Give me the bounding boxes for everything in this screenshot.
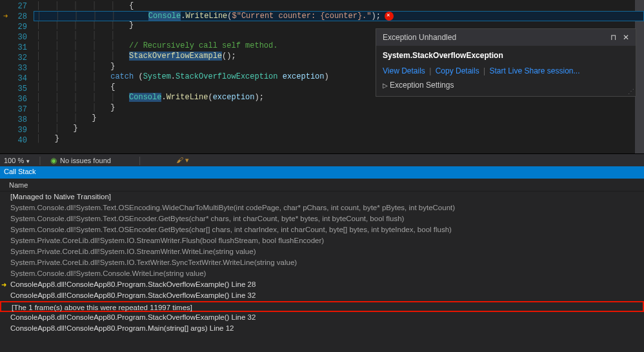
line-number: 36 — [0, 94, 27, 104]
token-method: WriteLine — [185, 12, 227, 21]
stack-frame[interactable]: System.Console.dll!System.Text.OSEncoder… — [0, 213, 644, 224]
line-number: 37 — [0, 104, 27, 115]
line-number-gutter: 27 28 29 30 31 32 33 34 35 36 37 38 39 4… — [0, 0, 34, 153]
token-string: $"Current counter: {counter}." — [232, 12, 371, 21]
issues-indicator[interactable]: ◉No issues found — [50, 156, 111, 165]
editor-scrollbar[interactable] — [635, 0, 644, 153]
line-number: 27 — [0, 1, 27, 12]
stack-frame[interactable]: System.Console.dll!System.Text.OSEncoder… — [0, 224, 644, 235]
token-comment: // Recursively call self method. — [129, 41, 277, 50]
pin-icon[interactable]: ⊓ — [610, 33, 616, 42]
error-icon[interactable] — [385, 12, 394, 21]
current-frame-arrow-icon: ➜ — [1, 280, 6, 289]
callstack-title-bar[interactable]: Call Stack — [0, 166, 644, 179]
stack-frame[interactable]: ConsoleApp8.dll!ConsoleApp80.Program.Sta… — [0, 312, 644, 323]
stack-frame[interactable]: System.Private.CoreLib.dll!System.IO.Tex… — [0, 257, 644, 268]
stack-frame[interactable]: ConsoleApp8.dll!ConsoleApp80.Program.Sta… — [0, 290, 644, 301]
stack-frame-repeated[interactable]: [The 1 frame(s) above this were repeated… — [0, 301, 644, 312]
copy-details-link[interactable]: Copy Details — [436, 66, 479, 75]
stack-frame[interactable]: System.Private.CoreLib.dll!System.IO.Str… — [0, 235, 644, 246]
exception-settings-toggle[interactable]: ▷Exception Settings — [383, 81, 629, 90]
token-type: Console — [148, 12, 181, 21]
callstack-list[interactable]: [Managed to Native Transition] System.Co… — [0, 191, 644, 352]
line-number: 35 — [0, 84, 27, 94]
editor-status-bar: 100 %▼ │ ◉No issues found │ 🖌 ▾ — [0, 153, 644, 166]
line-number: 39 — [0, 125, 27, 135]
line-number: 29 — [0, 22, 27, 32]
token-method: StackOverflowExample — [129, 52, 222, 61]
view-details-link[interactable]: View Details — [383, 66, 425, 75]
zoom-dropdown[interactable]: 100 %▼ — [4, 157, 30, 164]
line-number: 32 — [0, 53, 27, 63]
exception-popup-header: Exception Unhandled ⊓ ✕ — [376, 29, 636, 46]
exception-popup-title: Exception Unhandled — [383, 33, 456, 42]
brush-icon[interactable]: 🖌 ▾ — [176, 156, 189, 164]
code-editor[interactable]: 27 28 29 30 31 32 33 34 35 36 37 38 39 4… — [0, 0, 644, 153]
line-number: 38 — [0, 115, 27, 125]
check-circle-icon: ◉ — [50, 156, 57, 165]
close-icon[interactable]: ✕ — [623, 33, 629, 42]
line-number: 33 — [0, 63, 27, 73]
token-keyword: catch — [110, 72, 134, 81]
exception-type-label: System.StackOverflowException — [383, 51, 629, 60]
stack-frame[interactable]: System.Console.dll!System.Console.WriteL… — [0, 268, 644, 279]
callstack-columns: Name — [0, 179, 644, 191]
line-number: 40 — [0, 135, 27, 146]
stack-frame[interactable]: System.Console.dll!System.Text.OSEncodin… — [0, 202, 644, 213]
column-header-name[interactable]: Name — [9, 181, 28, 189]
resize-grip-icon[interactable]: ⋰ — [628, 88, 634, 95]
live-share-link[interactable]: Start Live Share session... — [489, 66, 579, 75]
stack-frame[interactable]: [Managed to Native Transition] — [0, 191, 644, 202]
line-number: 30 — [0, 32, 27, 43]
line-number: 34 — [0, 73, 27, 84]
line-number: 31 — [0, 43, 27, 53]
stack-frame[interactable]: ConsoleApp8.dll!ConsoleApp80.Program.Mai… — [0, 323, 644, 334]
stack-frame-current[interactable]: ➜ConsoleApp8.dll!ConsoleApp80.Program.St… — [0, 279, 644, 290]
stack-frame[interactable]: System.Private.CoreLib.dll!System.IO.Str… — [0, 246, 644, 257]
exception-popup: Exception Unhandled ⊓ ✕ System.StackOver… — [376, 28, 636, 97]
